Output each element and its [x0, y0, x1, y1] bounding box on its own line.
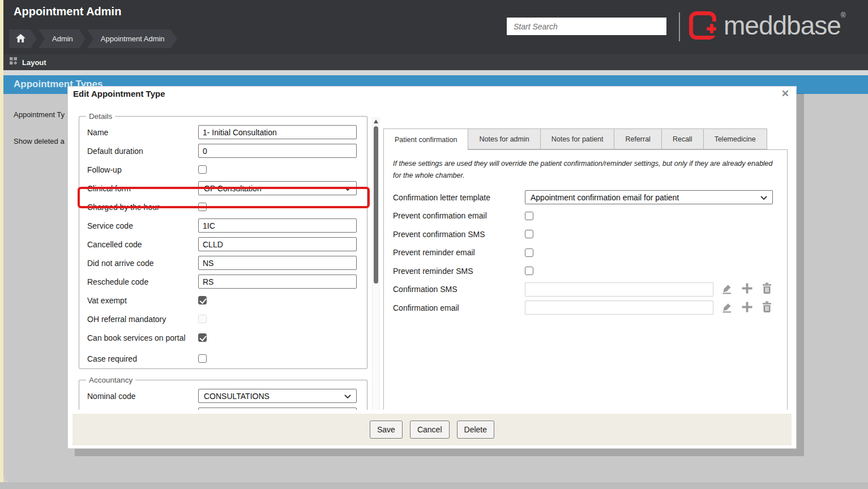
chevron-down-icon [344, 391, 351, 401]
follow-up-checkbox[interactable] [198, 165, 207, 174]
vat-exempt-checkbox[interactable] [198, 296, 207, 304]
did-not-arrive-code-row: Did not arrive code [87, 254, 367, 272]
did-not-arrive-code-label: Did not arrive code [87, 259, 198, 268]
reschedule-code-label: Reschedule code [87, 277, 198, 286]
brand-logo: meddbase® [689, 11, 846, 40]
breadcrumb-home[interactable] [9, 29, 37, 48]
charged-by-hour-row: Charged by the hour [87, 198, 367, 216]
details-legend: Details [86, 112, 115, 121]
tab-notes-for-admin[interactable]: Notes for admin [468, 128, 540, 149]
delete-button[interactable]: Delete [457, 421, 494, 439]
layout-grid-icon [10, 57, 18, 67]
department-code-input[interactable] [198, 408, 357, 410]
clinical-form-row: Clinical form GP Consultation [87, 179, 367, 198]
cancelled-code-label: Cancelled code [87, 240, 198, 249]
delete-sms-button[interactable] [760, 283, 773, 295]
registered-mark: ® [841, 11, 846, 19]
follow-up-label: Follow-up [87, 165, 198, 174]
clinical-form-label: Clinical form [87, 184, 198, 193]
layout-toolbar[interactable]: Layout [3, 54, 868, 70]
page-title: Appointment Admin [14, 5, 121, 18]
edit-email-button[interactable] [721, 302, 733, 314]
edit-sms-button[interactable] [721, 283, 733, 295]
home-icon [16, 34, 25, 44]
app-window: Appointment Admin Admin Appointment Admi… [0, 0, 868, 489]
reschedule-code-input[interactable] [198, 274, 357, 289]
nominal-code-select[interactable]: CONSULTATIONS [198, 389, 357, 403]
add-email-button[interactable] [741, 302, 753, 314]
name-input[interactable] [198, 125, 357, 139]
default-duration-label: Default duration [87, 147, 198, 156]
confirmation-sms-input[interactable] [525, 282, 713, 297]
tab-patient-confirmation[interactable]: Patient confirmation [383, 128, 468, 150]
prevent-reminder-sms-label: Prevent reminder SMS [393, 267, 525, 276]
did-not-arrive-code-input[interactable] [198, 256, 357, 270]
cancelled-code-input[interactable] [198, 237, 357, 251]
prevent-confirmation-sms-label: Prevent confirmation SMS [393, 230, 525, 239]
reschedule-code-row: Reschedule code [87, 272, 367, 291]
prevent-reminder-email-checkbox[interactable] [525, 248, 533, 257]
add-sms-button[interactable] [741, 283, 753, 295]
prevent-reminder-sms-row: Prevent reminder SMS [384, 261, 787, 280]
clinical-form-select[interactable]: GP Consultation [198, 181, 357, 195]
prevent-confirmation-sms-checkbox[interactable] [525, 230, 533, 238]
confirmation-letter-template-label: Confirmation letter template [393, 193, 525, 202]
top-header: Appointment Admin Admin Appointment Admi… [3, 0, 868, 54]
charged-by-hour-checkbox[interactable] [198, 203, 207, 211]
breadcrumb: Admin Appointment Admin [9, 29, 179, 48]
override-note: If these settings are used they will ove… [393, 158, 778, 181]
prevent-reminder-sms-checkbox[interactable] [525, 267, 533, 275]
scrollbar[interactable] [372, 117, 379, 410]
vat-exempt-row: Vat exempt [87, 291, 367, 310]
nominal-code-row: Nominal code CONSULTATIONS [87, 387, 367, 405]
case-required-row: Case required [87, 349, 367, 368]
service-code-row: Service code [87, 216, 367, 235]
confirmation-email-label: Confirmation email [393, 303, 525, 312]
tab-telemedicine[interactable]: Telemedicine [704, 128, 767, 149]
case-required-checkbox[interactable] [198, 354, 207, 363]
nominal-code-label: Nominal code [87, 392, 198, 401]
close-icon[interactable]: ✕ [781, 88, 789, 100]
plus-icon [741, 301, 753, 315]
follow-up-row: Follow-up [87, 160, 367, 179]
tab-referral[interactable]: Referral [614, 128, 661, 149]
layout-label: Layout [22, 58, 46, 67]
default-duration-input[interactable] [198, 144, 357, 158]
brand-name: meddbase [724, 11, 841, 40]
prevent-confirmation-sms-row: Prevent confirmation SMS [384, 225, 787, 243]
confirmation-letter-template-select[interactable]: Appointment confirmation email for patie… [525, 190, 773, 204]
background-label-show-deleted: Show deleted a [14, 137, 65, 145]
scroll-up-button[interactable] [373, 118, 379, 125]
confirmation-email-input[interactable] [525, 301, 713, 315]
department-code-row: Department code [87, 405, 367, 410]
save-button[interactable]: Save [370, 421, 403, 439]
tab-notes-for-patient[interactable]: Notes for patient [541, 128, 615, 149]
prevent-confirmation-email-label: Prevent confirmation email [393, 211, 525, 220]
breadcrumb-item-appointment-admin[interactable]: Appointment Admin [87, 29, 177, 48]
service-code-label: Service code [87, 221, 198, 230]
portal-booking-checkbox[interactable] [198, 333, 207, 342]
header-divider [679, 12, 680, 41]
portal-booking-row: Can book services on portal [87, 328, 367, 347]
patient-confirmation-panel: If these settings are used they will ove… [383, 149, 788, 410]
toolbar-separator [3, 70, 868, 75]
delete-email-button[interactable] [760, 302, 773, 314]
trash-icon [762, 282, 772, 296]
prevent-confirmation-email-checkbox[interactable] [525, 212, 533, 220]
cancel-button[interactable]: Cancel [410, 421, 450, 439]
prevent-reminder-email-row: Prevent reminder email [384, 243, 787, 262]
search-input[interactable] [507, 18, 666, 35]
settings-tabs: Patient confirmation Notes for admin Not… [383, 128, 767, 150]
default-duration-row: Default duration [87, 141, 367, 160]
oh-referral-checkbox [198, 315, 207, 323]
breadcrumb-item-admin[interactable]: Admin [39, 29, 85, 48]
tab-recall[interactable]: Recall [662, 128, 704, 149]
chevron-down-icon [760, 192, 767, 203]
brand-mark-icon [689, 11, 716, 40]
name-field-row: Name [87, 123, 367, 141]
edit-appointment-type-dialog: Edit Appointment Type ✕ Details Name Def… [67, 86, 797, 449]
service-code-input[interactable] [198, 218, 357, 233]
scroll-thumb[interactable] [374, 126, 378, 284]
charged-by-hour-label: Charged by the hour [87, 203, 198, 212]
dialog-body: Details Name Default duration Follow-up … [68, 102, 796, 410]
